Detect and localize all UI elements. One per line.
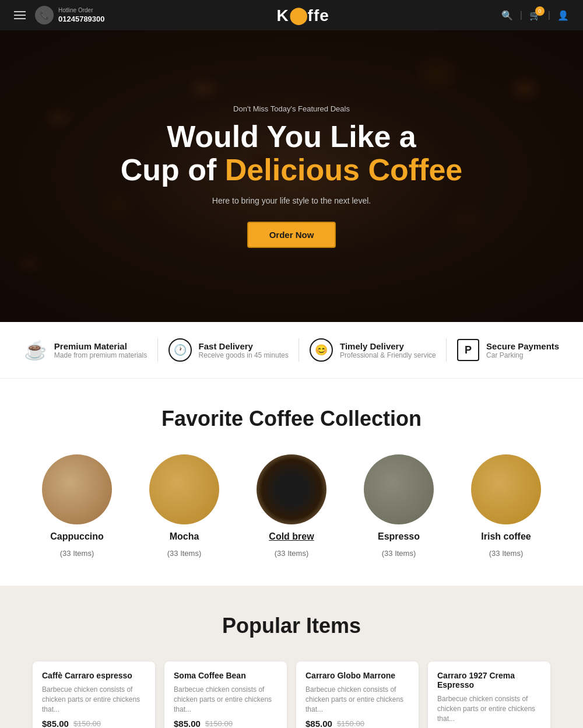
mocha-count: (33 Items) xyxy=(167,549,202,558)
coffee-item-cappuccino[interactable]: Cappuccino (33 Items) xyxy=(30,454,124,558)
product-card-carraro-globo: Carraro Globo Marrone Barbecue chicken c… xyxy=(296,662,419,728)
feature-secure: P Secure Payments Car Parking xyxy=(457,339,559,361)
coldbrew-circle xyxy=(257,454,326,524)
coffee-item-espresso[interactable]: Espresso (33 Items) xyxy=(352,454,445,558)
feature-timely-title: Timely Delivery xyxy=(340,341,436,351)
nav-right: 🔍 | 🛒 0 | 👤 xyxy=(501,10,569,21)
coffee-item-irish[interactable]: Irish coffee (33 Items) xyxy=(459,454,553,558)
irish-name: Irish coffee xyxy=(481,531,531,542)
nav-left: 📞 Hotline Order 01245789300 xyxy=(14,6,105,24)
product-name-1: Soma Coffee Bean xyxy=(174,671,278,680)
espresso-circle xyxy=(364,454,434,524)
coffee-collection-section: Favorite Coffee Collection Cappuccino (3… xyxy=(0,379,583,586)
price-old-0: $150.00 xyxy=(73,719,101,728)
feature-divider-1 xyxy=(157,338,158,362)
logo-icon: ⬤ xyxy=(289,6,308,24)
popular-title: Popular Items xyxy=(23,614,560,638)
cappuccino-name: Cappuccino xyxy=(50,531,104,542)
product-card-soma: Soma Coffee Bean Barbecue chicken consis… xyxy=(164,662,287,728)
clock-icon: 🕐 xyxy=(168,338,192,362)
price-current-2: $85.00 xyxy=(305,719,332,728)
feature-divider-3 xyxy=(446,338,447,362)
feature-fast-title: Fast Delivery xyxy=(199,341,289,351)
feature-fast-delivery: 🕐 Fast Delivery Receive goods in 45 minu… xyxy=(168,338,289,362)
irish-count: (33 Items) xyxy=(489,549,524,558)
feature-timely-text: Timely Delivery Professional & Friendly … xyxy=(340,341,436,359)
product-price-2: $85.00 $150.00 xyxy=(305,719,409,728)
price-old-2: $150.00 xyxy=(337,719,364,728)
hotline-number: 01245789300 xyxy=(58,15,105,23)
collection-title: Favorite Coffee Collection xyxy=(23,407,560,431)
hotline-info: 📞 Hotline Order 01245789300 xyxy=(35,6,105,24)
navbar: 📞 Hotline Order 01245789300 K⬤ffe 🔍 | 🛒 … xyxy=(0,0,583,30)
cart-button[interactable]: 🛒 0 xyxy=(529,10,541,21)
mocha-circle xyxy=(149,454,219,524)
mocha-name: Mocha xyxy=(170,531,199,542)
feature-secure-title: Secure Payments xyxy=(486,341,559,351)
product-grid: Caffè Carraro espresso Barbecue chicken … xyxy=(23,662,560,728)
product-price-1: $85.00 $150.00 xyxy=(174,719,278,728)
espresso-count: (33 Items) xyxy=(382,549,416,558)
premium-icon: ☕ xyxy=(24,339,47,361)
site-logo[interactable]: K⬤ffe xyxy=(276,6,329,25)
price-current-0: $85.00 xyxy=(42,719,69,728)
feature-premium-title: Premium Material xyxy=(54,341,147,351)
features-bar: ☕ Premium Material Made from premium mat… xyxy=(0,322,583,379)
product-name-2: Carraro Globo Marrone xyxy=(305,671,409,680)
hero-title: Would You Like a Cup of Delicious Coffee xyxy=(121,120,462,187)
irish-circle xyxy=(471,454,541,524)
hamburger-menu[interactable] xyxy=(14,11,26,19)
product-desc-1: Barbecue chicken consists of chicken par… xyxy=(174,685,278,714)
price-old-1: $150.00 xyxy=(205,719,233,728)
order-now-button[interactable]: Order Now xyxy=(247,222,336,248)
user-icon[interactable]: 👤 xyxy=(557,10,569,21)
feature-secure-sub: Car Parking xyxy=(486,351,559,359)
feature-timely-sub: Professional & Friendly service xyxy=(340,351,436,359)
hero-content: Don't Miss Today's Featured Deals Would … xyxy=(109,93,474,260)
feature-timely: 😊 Timely Delivery Professional & Friendl… xyxy=(310,338,436,362)
product-desc-2: Barbecue chicken consists of chicken par… xyxy=(305,685,409,714)
hero-section: Don't Miss Today's Featured Deals Would … xyxy=(0,30,583,322)
product-name-3: Carraro 1927 Crema Espresso xyxy=(437,671,541,690)
coldbrew-name: Cold brew xyxy=(269,531,314,542)
feature-secure-text: Secure Payments Car Parking xyxy=(486,341,559,359)
product-name-0: Caffè Carraro espresso xyxy=(42,671,146,680)
feature-premium-sub: Made from premium materials xyxy=(54,351,147,359)
phone-icon: 📞 xyxy=(35,6,54,24)
hero-title-line1: Would You Like a xyxy=(167,120,416,153)
product-desc-0: Barbecue chicken consists of chicken par… xyxy=(42,685,146,714)
hotline-label: Hotline Order xyxy=(58,7,105,13)
product-price-0: $85.00 $150.00 xyxy=(42,719,146,728)
coffee-item-mocha[interactable]: Mocha (33 Items) xyxy=(138,454,231,558)
espresso-name: Espresso xyxy=(378,531,420,542)
cappuccino-circle xyxy=(42,454,112,524)
hotline-text: Hotline Order 01245789300 xyxy=(58,7,105,24)
hero-title-plain: Cup of xyxy=(121,153,225,187)
product-desc-3: Barbecue chicken consists of chicken par… xyxy=(437,694,541,723)
hero-sub-label: Don't Miss Today's Featured Deals xyxy=(121,104,462,113)
hero-title-highlight: Delicious Coffee xyxy=(225,153,462,187)
popular-items-section: Popular Items Caffè Carraro espresso Bar… xyxy=(0,586,583,728)
smile-icon: 😊 xyxy=(310,338,333,362)
parking-icon: P xyxy=(457,339,479,361)
cappuccino-count: (33 Items) xyxy=(60,549,94,558)
search-icon[interactable]: 🔍 xyxy=(501,10,513,21)
feature-divider-2 xyxy=(298,338,299,362)
feature-premium: ☕ Premium Material Made from premium mat… xyxy=(24,339,147,361)
price-current-1: $85.00 xyxy=(174,719,201,728)
feature-fast-sub: Receive goods in 45 minutes xyxy=(199,351,289,359)
cart-badge: 0 xyxy=(535,6,545,16)
hero-description: Here to bring your life style to the nex… xyxy=(121,196,462,205)
feature-premium-text: Premium Material Made from premium mater… xyxy=(54,341,147,359)
product-card-carraro-1927: Carraro 1927 Crema Espresso Barbecue chi… xyxy=(428,662,550,728)
product-card-caffe-carraro: Caffè Carraro espresso Barbecue chicken … xyxy=(33,662,155,728)
coffee-item-coldbrew[interactable]: Cold brew (33 Items) xyxy=(245,454,338,558)
coldbrew-count: (33 Items) xyxy=(275,549,309,558)
feature-fast-text: Fast Delivery Receive goods in 45 minute… xyxy=(199,341,289,359)
coffee-grid: Cappuccino (33 Items) Mocha (33 Items) C… xyxy=(23,454,560,558)
